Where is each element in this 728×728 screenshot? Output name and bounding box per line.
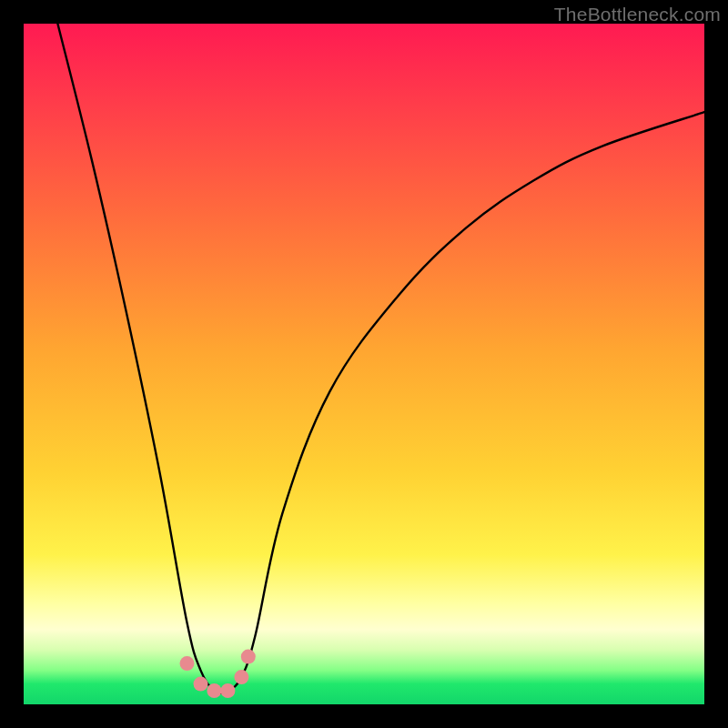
- marker-point: [180, 656, 195, 671]
- bottom-cluster-markers: [180, 650, 256, 698]
- marker-point: [207, 683, 221, 698]
- marker-point: [220, 683, 235, 698]
- bottleneck-curve: [57, 24, 704, 693]
- marker-point: [234, 670, 248, 684]
- marker-point: [194, 677, 208, 692]
- chart-svg: [24, 24, 704, 704]
- marker-point: [241, 650, 256, 664]
- chart-plot-area: [24, 24, 704, 704]
- watermark-text: TheBottleneck.com: [554, 4, 721, 25]
- chart-stage: TheBottleneck.com: [0, 0, 728, 728]
